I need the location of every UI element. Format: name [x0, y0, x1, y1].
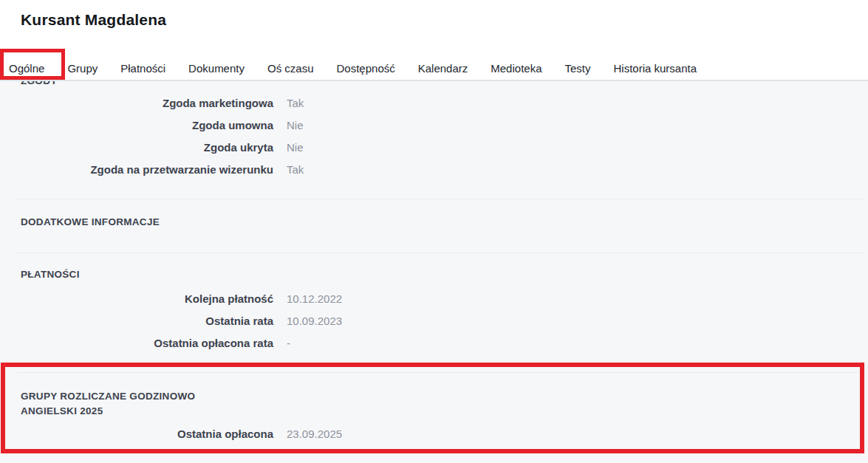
page-header: Kursant Magdalena	[0, 0, 868, 46]
page-title: Kursant Magdalena	[21, 11, 166, 29]
field-row-kolejna-platnosc: Kolejna płatność 10.12.2022	[0, 287, 868, 309]
field-label: Zgoda umowna	[21, 119, 273, 131]
field-value: 10.12.2022	[287, 292, 868, 305]
field-label: Ostatnia opłacona rata	[21, 337, 273, 349]
field-label: Kolejna płatność	[21, 292, 273, 305]
section-header-dodatkowe-informacje: DODATKOWE INFORMACJE	[0, 217, 868, 227]
field-value: Tak	[287, 97, 868, 109]
tab-kalendarz[interactable]: Kalendarz	[418, 62, 468, 75]
tab-medioteka[interactable]: Medioteka	[491, 62, 541, 75]
field-value: 10.09.2023	[287, 315, 868, 327]
section-grupy-rozliczane-godzinowo: GRUPY ROZLICZANE GODZINOWO ANGIELSKI 202…	[0, 373, 868, 445]
platnosci-rows: Kolejna płatność 10.12.2022 Ostatnia rat…	[0, 287, 868, 354]
field-label: Zgoda marketingowa	[21, 97, 273, 109]
tab-platnosci[interactable]: Płatności	[120, 62, 165, 75]
tab-testy[interactable]: Testy	[565, 62, 591, 75]
field-row-ostatnia-rata: Ostatnia rata 10.09.2023	[0, 309, 868, 332]
section-zgody: ZGODY Zgoda marketingowa Tak Zgoda umown…	[0, 81, 868, 199]
tab-dokumenty[interactable]: Dokumenty	[188, 62, 245, 75]
field-label: Ostatnia opłacona	[21, 428, 273, 440]
zgody-rows: Zgoda marketingowa Tak Zgoda umowna Nie …	[0, 92, 868, 180]
clipped-header-wrap: ZGODY	[0, 81, 868, 86]
tab-grupy[interactable]: Grupy	[67, 62, 98, 75]
field-value: Tak	[287, 163, 868, 176]
field-row-zgoda-wizerunek: Zgoda na przetwarzanie wizerunku Tak	[0, 158, 868, 180]
section-subheader-angielski-2025: ANGIELSKI 2025	[0, 404, 868, 419]
field-row-zgoda-marketingowa: Zgoda marketingowa Tak	[0, 92, 868, 114]
tab-bar: Ogólne Grupy Płatności Dokumenty Oś czas…	[0, 46, 868, 81]
field-label: Ostatnia rata	[21, 315, 273, 327]
field-value: 23.09.2025	[287, 428, 868, 440]
field-value: -	[287, 337, 868, 349]
section-header-zgody: ZGODY	[0, 81, 868, 86]
tab-dostepnosc[interactable]: Dostępność	[337, 62, 395, 75]
section-header-platnosci: PŁATNOŚCI	[0, 270, 868, 280]
tab-os-czasu[interactable]: Oś czasu	[267, 62, 314, 75]
tab-ogolne[interactable]: Ogólne	[9, 62, 44, 75]
field-value: Nie	[287, 141, 868, 154]
section-dodatkowe-informacje: DODATKOWE INFORMACJE	[0, 199, 868, 253]
section-platnosci: PŁATNOŚCI Kolejna płatność 10.12.2022 Os…	[0, 253, 868, 372]
section-header-grupy-rozliczane-godzinowo: GRUPY ROZLICZANE GODZINOWO	[0, 389, 868, 404]
content-area: ZGODY Zgoda marketingowa Tak Zgoda umown…	[0, 81, 868, 463]
field-row-ostatnia-oplacona: Ostatnia opłacona 23.09.2025	[0, 422, 868, 445]
field-row-ostatnia-oplacona-rata: Ostatnia opłacona rata -	[0, 332, 868, 354]
tab-historia-kursanta[interactable]: Historia kursanta	[614, 62, 697, 75]
field-row-zgoda-ukryta: Zgoda ukryta Nie	[0, 136, 868, 158]
field-label: Zgoda ukryta	[21, 141, 273, 154]
field-label: Zgoda na przetwarzanie wizerunku	[21, 163, 273, 176]
field-value: Nie	[287, 119, 868, 131]
field-row-zgoda-umowna: Zgoda umowna Nie	[0, 114, 868, 136]
grupy-rows: Ostatnia opłacona 23.09.2025	[0, 422, 868, 445]
